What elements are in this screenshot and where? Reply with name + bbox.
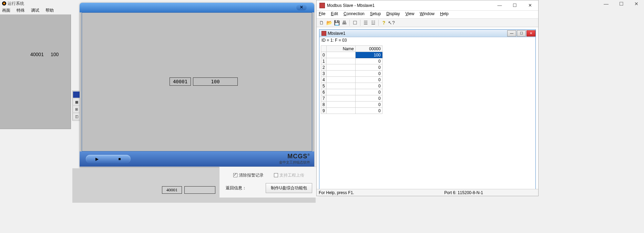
row-index[interactable]: 9 bbox=[321, 108, 327, 114]
register-table[interactable]: Name 00000 0100102030405060708090 bbox=[321, 45, 382, 114]
table-row[interactable]: 30 bbox=[321, 71, 382, 77]
tb-box-icon[interactable]: ☐ bbox=[351, 19, 358, 26]
tb-print-icon[interactable]: 🖶 bbox=[341, 19, 348, 26]
cell-value[interactable]: 0 bbox=[355, 58, 382, 64]
menu-canvas[interactable]: 画面 bbox=[2, 8, 10, 14]
page-maximize-button[interactable]: ☐ bbox=[614, 0, 629, 8]
menu-window[interactable]: Window bbox=[420, 11, 435, 18]
mbslave-minimize-button[interactable]: — bbox=[507, 30, 516, 36]
row-index[interactable]: 5 bbox=[321, 83, 327, 89]
modbus-minimize-button[interactable]: — bbox=[492, 1, 507, 10]
cell-name[interactable] bbox=[326, 58, 355, 64]
make-usb-package-button[interactable]: 制作U盘综合功能包 bbox=[266, 183, 312, 193]
cell-value[interactable]: 100 bbox=[355, 52, 382, 58]
row-index[interactable]: 8 bbox=[321, 102, 327, 108]
tb-open-icon[interactable]: 📂 bbox=[326, 19, 333, 26]
cell-name[interactable] bbox=[326, 64, 355, 71]
modbus-close-button[interactable]: ✕ bbox=[522, 1, 538, 10]
tb-save-icon[interactable]: 💾 bbox=[333, 19, 340, 26]
col-value-header[interactable]: 00000 bbox=[355, 46, 382, 52]
table-row[interactable]: 40 bbox=[321, 77, 382, 83]
cell-value[interactable]: 0 bbox=[355, 89, 382, 95]
display-close-button[interactable]: ✕ bbox=[296, 5, 307, 10]
modbus-title-text: Modbus Slave - Mbslave1 bbox=[327, 3, 375, 8]
support-upload-checkbox: 支持工程上传 bbox=[274, 172, 304, 178]
table-row[interactable]: 60 bbox=[321, 89, 382, 95]
tb-stack1-icon[interactable]: ☰ bbox=[362, 19, 369, 26]
menu-help[interactable]: 帮助 bbox=[45, 8, 54, 14]
palette-item-3[interactable]: ⊞ bbox=[73, 106, 80, 113]
menu-mhelp[interactable]: Help bbox=[440, 11, 449, 18]
row-index[interactable]: 4 bbox=[321, 77, 327, 83]
mbslave-titlebar[interactable]: Mbslave1 — ☐ ✕ bbox=[319, 30, 535, 37]
mcgs-logo: MCGS® 全中文工控组态软件 bbox=[279, 153, 310, 165]
menu-connection[interactable]: Connection bbox=[344, 11, 365, 18]
palette-item-2[interactable]: ▦ bbox=[73, 98, 80, 105]
menu-view[interactable]: View bbox=[406, 11, 415, 18]
table-row[interactable]: 50 bbox=[321, 83, 382, 89]
clear-alarm-checkbox[interactable]: 清除报警记录 bbox=[233, 172, 264, 178]
cell-value[interactable]: 0 bbox=[355, 102, 382, 108]
display-value-field[interactable]: 100 bbox=[193, 77, 238, 86]
cell-name[interactable] bbox=[326, 52, 355, 58]
cell-value[interactable]: 0 bbox=[355, 83, 382, 89]
row-index[interactable]: 6 bbox=[321, 89, 327, 95]
stop-icon: ■ bbox=[118, 157, 121, 161]
runtime-canvas: 40001 100 bbox=[0, 14, 71, 129]
tb-whatsthis-icon[interactable]: ↖? bbox=[388, 19, 395, 26]
col-name-header[interactable]: Name bbox=[326, 46, 355, 52]
tb-new-icon[interactable]: 🗋 bbox=[318, 19, 325, 26]
config-panel: 清除报警记录 支持工程上传 返回信息： 制作U盘综合功能包 bbox=[219, 167, 318, 198]
cell-name[interactable] bbox=[326, 83, 355, 89]
design-value-field[interactable] bbox=[184, 186, 215, 194]
display-titlebar[interactable]: ✕ bbox=[80, 3, 314, 12]
table-row[interactable]: 20 bbox=[321, 64, 382, 71]
menu-edit[interactable]: Edit bbox=[331, 11, 338, 18]
cell-value[interactable]: 0 bbox=[355, 71, 382, 77]
modbus-maximize-button[interactable]: ☐ bbox=[507, 1, 522, 10]
palette-item-4[interactable]: ◫ bbox=[73, 113, 80, 120]
cell-name[interactable] bbox=[326, 102, 355, 108]
cell-value[interactable]: 0 bbox=[355, 77, 382, 83]
tb-stack2-icon[interactable]: ☳ bbox=[370, 19, 377, 26]
cell-value[interactable]: 0 bbox=[355, 64, 382, 71]
cell-name[interactable] bbox=[326, 71, 355, 77]
cell-name[interactable] bbox=[326, 89, 355, 95]
modbus-statusbar: For Help, press F1. Port 6: 115200-8-N-1 bbox=[317, 189, 538, 196]
palette-item-1[interactable] bbox=[73, 91, 80, 98]
runtime-app-icon bbox=[2, 1, 6, 6]
mbslave-maximize-button[interactable]: ☐ bbox=[517, 30, 526, 36]
page-close-button[interactable]: ✕ bbox=[629, 0, 644, 8]
row-index[interactable]: 0 bbox=[321, 52, 327, 58]
tb-help-icon[interactable]: ? bbox=[380, 19, 387, 26]
page-minimize-button[interactable]: — bbox=[599, 0, 614, 8]
play-icon: ▶ bbox=[95, 157, 99, 161]
table-row[interactable]: 0100 bbox=[321, 52, 382, 58]
cell-name[interactable] bbox=[326, 95, 355, 102]
cell-name[interactable] bbox=[326, 77, 355, 83]
table-row[interactable]: 10 bbox=[321, 58, 382, 64]
modbus-menubar: File Edit Connection Setup Display View … bbox=[317, 11, 538, 18]
table-row[interactable]: 80 bbox=[321, 102, 382, 108]
table-row[interactable]: 70 bbox=[321, 95, 382, 102]
cell-value[interactable]: 0 bbox=[355, 108, 382, 114]
menu-debug[interactable]: 调试 bbox=[31, 8, 39, 14]
modbus-slave-window: Modbus Slave - Mbslave1 — ☐ ✕ File Edit … bbox=[316, 0, 539, 196]
modbus-titlebar[interactable]: Modbus Slave - Mbslave1 — ☐ ✕ bbox=[317, 0, 538, 11]
menu-file[interactable]: File bbox=[319, 11, 325, 18]
menu-setup[interactable]: Setup bbox=[370, 11, 381, 18]
runtime-addr-value: 100 bbox=[51, 52, 59, 57]
row-index[interactable]: 7 bbox=[321, 95, 327, 102]
display-addr-field[interactable]: 40001 bbox=[170, 77, 191, 86]
cell-value[interactable]: 0 bbox=[355, 95, 382, 102]
row-index[interactable]: 1 bbox=[321, 58, 327, 64]
row-index[interactable]: 2 bbox=[321, 64, 327, 71]
mbslave-close-button[interactable]: ✕ bbox=[527, 30, 535, 36]
table-row[interactable]: 90 bbox=[321, 108, 382, 114]
menu-special[interactable]: 特殊 bbox=[17, 8, 25, 14]
cell-name[interactable] bbox=[326, 108, 355, 114]
row-index[interactable]: 3 bbox=[321, 71, 327, 77]
design-addr-field[interactable]: 40001 bbox=[162, 186, 182, 194]
play-stop-control[interactable]: ▶ ■ bbox=[86, 155, 131, 163]
menu-display[interactable]: Display bbox=[386, 11, 400, 18]
